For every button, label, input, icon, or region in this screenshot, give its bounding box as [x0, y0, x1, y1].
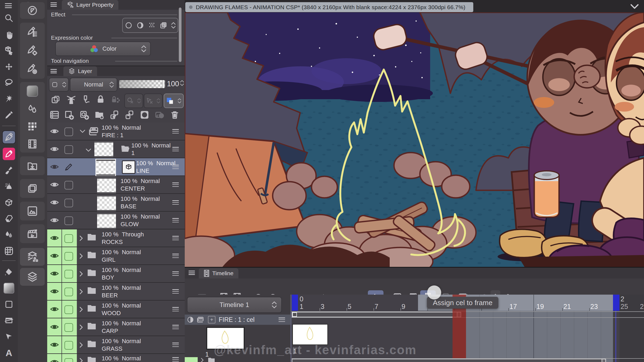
- lock-layer-icon[interactable]: [96, 95, 105, 104]
- visibility-eye-icon[interactable]: [50, 358, 59, 362]
- layer-row-girl[interactable]: 100 % Normal GIRL: [47, 247, 185, 265]
- clip-below-button[interactable]: [124, 94, 143, 108]
- tool-pencil-active[interactable]: [3, 148, 15, 160]
- row-menu[interactable]: [172, 218, 179, 222]
- collapsed-chevron-icon[interactable]: [79, 253, 83, 259]
- tool-auto-select[interactable]: [3, 93, 15, 105]
- subtool-image[interactable]: [20, 202, 45, 220]
- layer-row-fire[interactable]: 100 % Normal FIRE : 1: [47, 123, 185, 140]
- select-layer-icon[interactable]: [50, 95, 61, 105]
- layer-checkbox[interactable]: [64, 181, 73, 189]
- tool-blend[interactable]: [3, 229, 15, 241]
- new-vector-layer-icon[interactable]: [79, 110, 89, 120]
- tab-layer[interactable]: Layer: [63, 66, 97, 76]
- layer-row-boy[interactable]: 100 % Normal BOY: [47, 265, 185, 283]
- layer-menu-icon[interactable]: [50, 69, 57, 73]
- tool-lasso[interactable]: [3, 77, 15, 89]
- layer-checkbox[interactable]: [64, 127, 73, 136]
- track-visibility-icon[interactable]: [187, 316, 194, 323]
- reference-layer-icon[interactable]: [66, 95, 76, 105]
- track-fire-header[interactable]: + FIRE : 1 : cel: [185, 315, 290, 325]
- layer-checkbox[interactable]: [64, 305, 73, 314]
- effect-halftone-icon[interactable]: [148, 21, 156, 29]
- subtool-operation[interactable]: [20, 2, 45, 19]
- row-menu[interactable]: [172, 307, 179, 311]
- visibility-eye-icon[interactable]: [50, 145, 59, 153]
- layer-palette-combo[interactable]: [49, 78, 69, 92]
- tool-gradient[interactable]: [3, 282, 15, 294]
- subtool-group-pens[interactable]: [20, 23, 45, 79]
- layer-row-wood[interactable]: 100 % Normal WOOD: [47, 301, 185, 318]
- effect-tone-icon[interactable]: [136, 21, 144, 29]
- visibility-eye-icon[interactable]: [50, 127, 59, 135]
- layer-row-grass[interactable]: 100 % Normal GRASS: [47, 336, 185, 354]
- layer-thumbnail[interactable]: [94, 141, 113, 157]
- tool-zoom[interactable]: [3, 12, 15, 24]
- row-menu[interactable]: [172, 165, 179, 169]
- track-menu[interactable]: [279, 318, 285, 322]
- expression-color-dropdown[interactable]: Color: [55, 42, 151, 56]
- panelbtn-layer[interactable]: [20, 268, 45, 286]
- canvas[interactable]: [185, 12, 644, 267]
- tool-brush[interactable]: [3, 164, 15, 176]
- layer-checkbox[interactable]: [64, 323, 73, 332]
- effect-stepper[interactable]: [171, 22, 176, 29]
- tool-airbrush[interactable]: [3, 180, 15, 192]
- panelbtn-layer-property[interactable]: [20, 248, 45, 266]
- layer-row-1[interactable]: 100 % Normal 1: [47, 140, 185, 158]
- layer-row-carp[interactable]: 100 % Normal CARP: [47, 318, 185, 336]
- layer-row-glow[interactable]: 100 % Normal GLOW: [47, 212, 185, 229]
- lock-transparent-icon[interactable]: [111, 95, 121, 104]
- collapse-chevron-icon[interactable]: [630, 3, 639, 10]
- collapsed-chevron-icon[interactable]: [79, 324, 83, 330]
- row-menu[interactable]: [172, 129, 179, 133]
- expression-color-stepper[interactable]: [141, 45, 146, 53]
- row-menu[interactable]: [172, 254, 179, 258]
- tool-move[interactable]: [3, 61, 15, 73]
- layer-row-beer[interactable]: 100 % Normal BEER: [47, 283, 185, 301]
- second-bar-end-handle[interactable]: [602, 359, 606, 362]
- row-menu[interactable]: [172, 182, 179, 187]
- layer-checkbox[interactable]: [64, 270, 73, 278]
- row-menu[interactable]: [172, 343, 179, 347]
- visibility-eye-icon[interactable]: [50, 270, 59, 277]
- track-cel-1[interactable]: [292, 324, 328, 345]
- tool-pen-selected[interactable]: [3, 131, 15, 143]
- visibility-eye-icon[interactable]: [50, 305, 59, 313]
- layer-row-center[interactable]: 100 % Normal CENTER: [47, 176, 185, 194]
- ruler-range-button[interactable]: [144, 94, 163, 108]
- track-expand-plus[interactable]: +: [208, 316, 215, 323]
- tool-frame-border[interactable]: [3, 298, 15, 311]
- tool-liquify[interactable]: [3, 245, 15, 257]
- new-folder-icon[interactable]: [94, 110, 104, 120]
- merge-down-icon[interactable]: [124, 110, 135, 120]
- timeline-selector-stepper[interactable]: [272, 301, 277, 309]
- subtool-import[interactable]: [20, 156, 45, 175]
- timeline-selector[interactable]: Timeline 1: [187, 297, 282, 313]
- layer-row-rocks[interactable]: 100 % Through ROCKS: [47, 229, 185, 247]
- subtool-layers[interactable]: [20, 179, 45, 198]
- apply-mask-icon[interactable]: [155, 110, 165, 120]
- new-raster-layer-icon[interactable]: [64, 110, 74, 120]
- cel-thumbnail[interactable]: [206, 327, 245, 350]
- tool-eraser[interactable]: [3, 212, 15, 225]
- collapsed-chevron-icon[interactable]: [79, 342, 83, 348]
- next-track-chevron[interactable]: [200, 358, 204, 362]
- playhead-start-marker[interactable]: [292, 295, 298, 311]
- timeline-menu-icon[interactable]: [189, 271, 195, 275]
- draft-layer-icon[interactable]: [81, 95, 90, 104]
- collapsed-chevron-icon[interactable]: [79, 235, 83, 241]
- row-menu[interactable]: [172, 147, 179, 151]
- layer-thumbnail[interactable]: [97, 213, 116, 229]
- subtool-clapperboard[interactable]: [20, 224, 45, 243]
- expand-chevron-icon[interactable]: [80, 129, 85, 133]
- layer-thumbnail-selected[interactable]: [96, 160, 115, 176]
- collapsed-chevron-icon[interactable]: [79, 289, 83, 295]
- expand-chevron-icon[interactable]: [85, 148, 91, 152]
- layer-checkbox[interactable]: [64, 234, 73, 243]
- effect-copies-icon[interactable]: [159, 21, 167, 29]
- row-menu[interactable]: [172, 236, 179, 240]
- layer-checkbox[interactable]: [64, 145, 73, 154]
- visibility-eye-icon[interactable]: [50, 234, 59, 242]
- end-marker[interactable]: [613, 295, 619, 311]
